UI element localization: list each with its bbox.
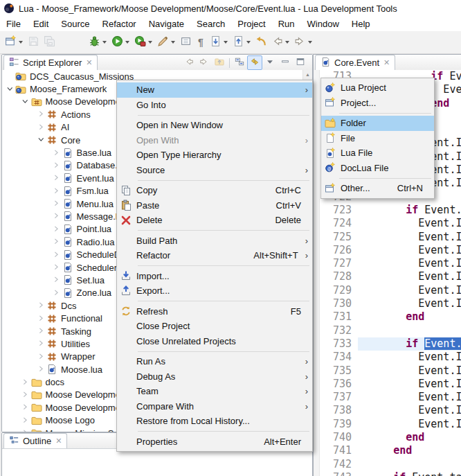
chevron-right-icon[interactable] bbox=[36, 110, 46, 118]
dropdown-caret-icon[interactable] bbox=[125, 41, 129, 44]
menu-item-team[interactable]: Team› bbox=[117, 384, 312, 399]
menu-item-folder[interactable]: Folder bbox=[321, 116, 434, 131]
chevron-right-icon[interactable] bbox=[52, 200, 62, 208]
menubar-item-refactor[interactable]: Refactor bbox=[96, 17, 143, 30]
dropdown-caret-icon[interactable] bbox=[19, 41, 23, 44]
menu-item-compare-with[interactable]: Compare With› bbox=[117, 399, 312, 414]
menu-item-delete[interactable]: DeleteDelete bbox=[117, 213, 312, 228]
menu-item-lua-project[interactable]: Lua Project bbox=[321, 80, 434, 96]
code-line[interactable]: 729 Event.IniCategory = Event.IniDCSUnit… bbox=[314, 284, 461, 297]
dropdown-caret-icon[interactable] bbox=[246, 41, 251, 44]
menubar-item-source[interactable]: Source bbox=[55, 17, 96, 30]
chevron-right-icon[interactable] bbox=[21, 416, 31, 425]
chevron-right-icon[interactable] bbox=[36, 353, 46, 361]
chevron-right-icon[interactable] bbox=[36, 301, 46, 310]
menu-item-doclua-file[interactable]: @DocLua File bbox=[321, 161, 434, 176]
chevron-right-icon[interactable] bbox=[52, 225, 62, 233]
dropdown-caret-icon[interactable] bbox=[102, 41, 107, 44]
code-line[interactable]: 728 Event.IniUnit = UNIT:FindByName( Eve… bbox=[314, 270, 461, 283]
menu-item-close-unrelated-projects[interactable]: Close Unrelated Projects bbox=[117, 334, 312, 349]
next-annotation-button[interactable] bbox=[208, 33, 230, 51]
chevron-right-icon[interactable] bbox=[52, 187, 62, 195]
chevron-right-icon[interactable] bbox=[36, 340, 46, 348]
code-line[interactable]: 726 Event.IniDCSUnitName = Event.IniDCSU… bbox=[314, 244, 461, 257]
chevron-right-icon[interactable] bbox=[52, 251, 62, 259]
chevron-right-icon[interactable] bbox=[52, 238, 62, 246]
chevron-right-icon[interactable] bbox=[52, 276, 62, 284]
code-line[interactable]: 730 Event.IniTypeName = Event.IniDCSUnit… bbox=[314, 297, 461, 310]
code-line[interactable]: 723 if Event.IniDCSUnit then bbox=[314, 204, 461, 217]
code-line[interactable]: 737 Event.IniUnit = STATIC:FindByName( E… bbox=[314, 391, 461, 404]
chevron-right-icon[interactable] bbox=[36, 123, 46, 132]
menu-item-run-as[interactable]: Run As› bbox=[117, 354, 312, 369]
forward-button[interactable] bbox=[292, 33, 315, 51]
dropdown-caret-icon[interactable] bbox=[224, 41, 228, 44]
chevron-right-icon[interactable] bbox=[21, 403, 31, 412]
external-tools-button[interactable] bbox=[132, 33, 155, 51]
view-forward-button[interactable] bbox=[197, 55, 212, 70]
menu-item-import-[interactable]: Import... bbox=[117, 269, 312, 284]
menu-item-lua-file[interactable]: Lua File bbox=[321, 146, 434, 161]
debug-button[interactable] bbox=[87, 33, 109, 51]
prev-annotation-button[interactable] bbox=[230, 33, 253, 51]
menubar-item-file[interactable]: File bbox=[0, 17, 27, 30]
code-line[interactable]: 734 Event.IniDCSUnit = Event.initiator bbox=[314, 351, 461, 364]
dropdown-caret-icon[interactable] bbox=[285, 41, 289, 44]
menu-item-export-[interactable]: Export... bbox=[117, 283, 312, 299]
menu-item-debug-as[interactable]: Debug As› bbox=[117, 369, 312, 385]
code-line[interactable]: 740 end bbox=[314, 431, 461, 444]
menu-item-open-type-hierarchy[interactable]: Open Type Hierarchy bbox=[117, 148, 312, 163]
dropdown-caret-icon[interactable] bbox=[308, 41, 312, 44]
menu-item-copy[interactable]: CopyCtrl+C bbox=[117, 183, 312, 198]
link-editor-button[interactable] bbox=[247, 55, 262, 70]
dropdown-caret-icon[interactable] bbox=[171, 41, 175, 44]
run-button[interactable] bbox=[109, 33, 132, 51]
scroll-up-icon[interactable]: ▲ bbox=[303, 70, 312, 79]
menu-item-project-[interactable]: Project... bbox=[321, 96, 434, 111]
block-selection-button[interactable] bbox=[178, 33, 194, 51]
minimize-button[interactable] bbox=[278, 55, 293, 70]
last-edit-location-button[interactable] bbox=[253, 33, 269, 51]
code-line[interactable]: 725 Event.IniDCSGroupName = Event.IniDCS… bbox=[314, 231, 461, 244]
chevron-down-icon[interactable] bbox=[21, 98, 31, 106]
chevron-right-icon[interactable] bbox=[36, 365, 46, 373]
chevron-right-icon[interactable] bbox=[52, 263, 62, 272]
menu-item-source[interactable]: Source› bbox=[117, 163, 312, 178]
close-icon[interactable]: ✕ bbox=[383, 58, 390, 67]
maximize-button[interactable] bbox=[293, 55, 308, 70]
code-line[interactable]: 733 if Event.IniObjectCategory == Object… bbox=[314, 337, 461, 351]
code-line[interactable]: 727 Event.IniUnitName = Event.IniDCSUnit… bbox=[314, 257, 461, 270]
menubar-item-navigate[interactable]: Navigate bbox=[143, 17, 190, 30]
code-line[interactable]: 743 if Event.target then bbox=[314, 471, 461, 476]
chevron-right-icon[interactable] bbox=[21, 391, 31, 399]
tab-core-event[interactable]: Core.Event ✕ bbox=[315, 55, 395, 70]
code-line[interactable]: 732 bbox=[314, 324, 461, 337]
collapse-all-button[interactable] bbox=[232, 55, 247, 70]
menu-item-file[interactable]: File bbox=[321, 131, 434, 146]
menubar-item-edit[interactable]: Edit bbox=[27, 17, 55, 30]
chevron-right-icon[interactable] bbox=[36, 327, 46, 335]
view-back-button[interactable] bbox=[181, 55, 197, 70]
menu-item-open-in-new-window[interactable]: Open in New Window bbox=[117, 118, 312, 133]
code-line[interactable]: 724 Event.IniDCSGroup = Event.IniDCSUnit… bbox=[314, 217, 461, 230]
close-icon[interactable]: ✕ bbox=[86, 58, 92, 67]
code-line[interactable]: 741 end bbox=[314, 444, 461, 457]
code-line[interactable]: 735 Event.IniDCSUnitName = Event.IniDCSU… bbox=[314, 364, 461, 378]
menubar-item-help[interactable]: Help bbox=[345, 17, 377, 30]
menu-item-refresh[interactable]: RefreshF5 bbox=[117, 304, 312, 319]
menu-item-go-into[interactable]: Go Into bbox=[117, 98, 312, 113]
new-wizard-button[interactable] bbox=[3, 33, 26, 51]
chevron-right-icon[interactable] bbox=[52, 161, 62, 170]
show-whitespace-button[interactable]: ¶ bbox=[194, 33, 208, 51]
dropdown-caret-icon[interactable] bbox=[148, 41, 152, 44]
view-menu-button[interactable] bbox=[262, 55, 278, 70]
menu-item-other-[interactable]: Other...Ctrl+N bbox=[321, 181, 434, 196]
menu-item-restore-from-local-history-[interactable]: Restore from Local History... bbox=[117, 414, 312, 429]
tab-script-explorer[interactable]: Script Explorer ✕ bbox=[3, 55, 98, 70]
up-button[interactable] bbox=[212, 55, 227, 70]
chevron-right-icon[interactable] bbox=[52, 212, 62, 220]
brush-button[interactable] bbox=[155, 33, 178, 51]
chevron-down-icon[interactable] bbox=[36, 136, 46, 144]
menubar-item-project[interactable]: Project bbox=[231, 17, 271, 30]
menubar-item-search[interactable]: Search bbox=[190, 17, 231, 30]
